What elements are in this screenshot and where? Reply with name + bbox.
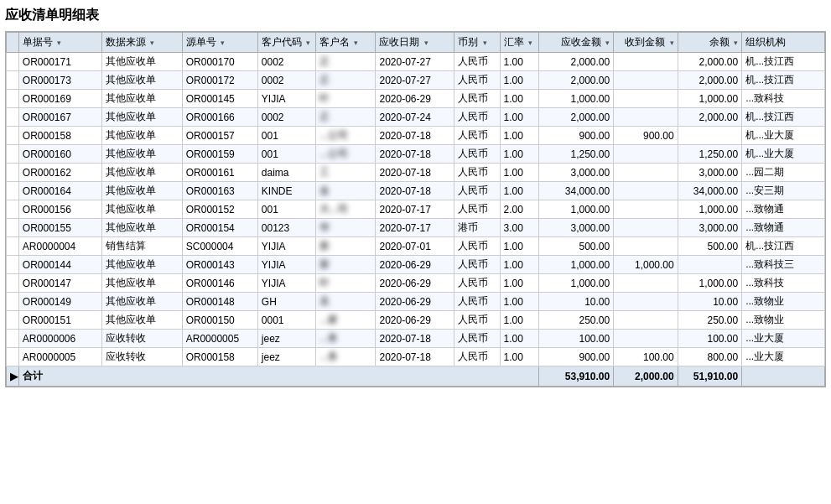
cell-zuzhi: 机...技江西 <box>742 71 825 90</box>
cell-yuandanhao: OR000161 <box>182 164 257 182</box>
cell-kehudaima: YIJIA <box>257 90 315 108</box>
sort-icon-shoudaojin: ▾ <box>670 39 674 47</box>
sort-icon-yuandanhao: ▾ <box>221 39 225 47</box>
cell-yue: 10.00 <box>678 293 742 311</box>
cell-shoudaojin <box>614 330 678 348</box>
cell-yue: 1,000.00 <box>678 90 742 108</box>
table-row[interactable]: OR000160其他应收单OR000159001...公司2020-07-18人… <box>7 145 825 164</box>
table-header: 单据号 ▾ 数据来源 ▾ 源单号 ▾ 客户代码 ▾ 客户名 ▾ 应收日期 ▾ 币… <box>7 33 825 53</box>
table-row[interactable]: OR000171其他应收单OR0001700002正2020-07-27人民币1… <box>7 53 825 71</box>
sort-icon-bibie: ▾ <box>483 39 487 47</box>
table-row[interactable]: OR000173其他应收单OR0001720002正2020-07-27人民币1… <box>7 71 825 90</box>
col-header-huilv[interactable]: 汇率 ▾ <box>500 33 539 53</box>
table-row[interactable]: OR000144其他应收单OR000143YIJIA新2020-06-29人民币… <box>7 256 825 274</box>
table-row[interactable]: OR000162其他应收单OR000161daima工2020-07-18人民币… <box>7 164 825 182</box>
cell-shoudaojin <box>614 200 678 219</box>
cell-yuandanhao: OR000154 <box>182 219 257 237</box>
footer-zuzhi <box>742 366 825 387</box>
table-row[interactable]: AR0000005应收转收OR000158jeez...务2020-07-18人… <box>7 348 825 366</box>
cell-zuzhi: ...致科技 <box>742 274 825 293</box>
table-row[interactable]: OR000156其他应收单OR000152001大...司2020-07-17人… <box>7 200 825 219</box>
cell-yuandanhao: AR0000005 <box>182 330 257 348</box>
table-row[interactable]: OR000167其他应收单OR0001660002正2020-07-24人民币1… <box>7 108 825 127</box>
table-row[interactable]: AR0000006应收转收AR0000005jeez...务2020-07-18… <box>7 330 825 348</box>
cell-yue <box>678 127 742 145</box>
col-header-danjuhao[interactable]: 单据号 ▾ <box>18 33 101 53</box>
col-header-zuzhi[interactable]: 组织机构 <box>742 33 825 53</box>
table-row[interactable]: OR000155其他应收单OR00015400123华2020-07-17港币3… <box>7 219 825 237</box>
row-indicator <box>7 108 19 127</box>
cell-zuzhi: ...致科技三 <box>742 256 825 274</box>
row-indicator <box>7 219 19 237</box>
table-row[interactable]: OR000147其他应收单OR000146YIJIA叶2020-06-29人民币… <box>7 274 825 293</box>
cell-yingshouriqi: 2020-07-24 <box>376 108 454 127</box>
cell-zuzhi: ...安三期 <box>742 182 825 200</box>
col-header-kehudaima[interactable]: 客户代码 ▾ <box>257 33 315 53</box>
row-indicator <box>7 200 19 219</box>
cell-kehuxingming: 叶 <box>315 274 376 293</box>
cell-huilv: 2.00 <box>500 200 539 219</box>
cell-huilv: 1.00 <box>500 164 539 182</box>
cell-yingshougold: 34,000.00 <box>539 182 614 200</box>
table-row[interactable]: OR000158其他应收单OR000157001...公司2020-07-18人… <box>7 127 825 145</box>
cell-danjuhao: OR000144 <box>18 256 101 274</box>
cell-kehudaima: 001 <box>257 200 315 219</box>
cell-huilv: 1.00 <box>500 145 539 164</box>
cell-yingshougold: 1,000.00 <box>539 274 614 293</box>
row-indicator <box>7 164 19 182</box>
cell-danjuhao: OR000167 <box>18 108 101 127</box>
cell-yue: 2,000.00 <box>678 53 742 71</box>
cell-shujuyuanlai: 其他应收单 <box>101 311 182 330</box>
cell-danjuhao: AR0000004 <box>18 237 101 256</box>
cell-yingshouriqi: 2020-07-18 <box>376 127 454 145</box>
cell-zuzhi: 机...技江西 <box>742 108 825 127</box>
cell-bibie: 人民币 <box>454 53 500 71</box>
col-header-yingshougold[interactable]: 应收金额 ▾ <box>539 33 614 53</box>
table-row[interactable]: OR000149其他应收单OR000148GH吴2020-06-29人民币1.0… <box>7 293 825 311</box>
cell-kehuxingming: ...公司 <box>315 145 376 164</box>
cell-bibie: 人民币 <box>454 274 500 293</box>
row-indicator-header <box>7 33 19 53</box>
cell-kehuxingming: 金 <box>315 182 376 200</box>
sort-icon-shujuyuanlai: ▾ <box>150 39 154 47</box>
col-header-yue[interactable]: 余额 ▾ <box>678 33 742 53</box>
row-indicator <box>7 237 19 256</box>
cell-yue: 2,000.00 <box>678 71 742 90</box>
table-row[interactable]: OR000164其他应收单OR000163KINDE金2020-07-18人民币… <box>7 182 825 200</box>
cell-yingshouriqi: 2020-06-29 <box>376 311 454 330</box>
col-header-shujuyuanlai[interactable]: 数据来源 ▾ <box>101 33 182 53</box>
col-header-shoudaojin[interactable]: 收到金额 ▾ <box>614 33 678 53</box>
cell-huilv: 1.00 <box>500 182 539 200</box>
row-indicator <box>7 330 19 348</box>
sort-icon-yue: ▾ <box>734 39 738 47</box>
cell-danjuhao: OR000164 <box>18 182 101 200</box>
row-indicator <box>7 53 19 71</box>
cell-yue: 34,000.00 <box>678 182 742 200</box>
cell-shoudaojin <box>614 274 678 293</box>
col-header-bibie[interactable]: 币别 ▾ <box>454 33 500 53</box>
footer-shoudaojin: 2,000.00 <box>614 366 678 387</box>
footer-row: ▶ 合计 53,910.00 2,000.00 51,910.00 <box>7 366 825 387</box>
cell-shoudaojin <box>614 71 678 90</box>
row-indicator <box>7 274 19 293</box>
cell-kehuxingming: ...务 <box>315 330 376 348</box>
table-row[interactable]: OR000169其他应收单OR000145YIJIA叶2020-06-29人民币… <box>7 90 825 108</box>
cell-yingshougold: 500.00 <box>539 237 614 256</box>
col-header-kehuxingming[interactable]: 客户名 ▾ <box>315 33 376 53</box>
col-header-yingshouriqi[interactable]: 应收日期 ▾ <box>376 33 454 53</box>
cell-shoudaojin <box>614 219 678 237</box>
col-header-yuandanhao[interactable]: 源单号 ▾ <box>182 33 257 53</box>
row-indicator <box>7 256 19 274</box>
cell-shoudaojin <box>614 108 678 127</box>
cell-shoudaojin <box>614 164 678 182</box>
cell-zuzhi: 机...技江西 <box>742 237 825 256</box>
cell-zuzhi: ...致科技 <box>742 90 825 108</box>
cell-huilv: 1.00 <box>500 311 539 330</box>
cell-shujuyuanlai: 其他应收单 <box>101 256 182 274</box>
cell-shoudaojin <box>614 182 678 200</box>
table-row[interactable]: OR000151其他应收单OR0001500001...家2020-06-29人… <box>7 311 825 330</box>
table-row[interactable]: AR0000004销售结算SC000004YIJIA新2020-07-01人民币… <box>7 237 825 256</box>
cell-bibie: 港币 <box>454 219 500 237</box>
cell-yingshougold: 2,000.00 <box>539 53 614 71</box>
cell-huilv: 1.00 <box>500 127 539 145</box>
